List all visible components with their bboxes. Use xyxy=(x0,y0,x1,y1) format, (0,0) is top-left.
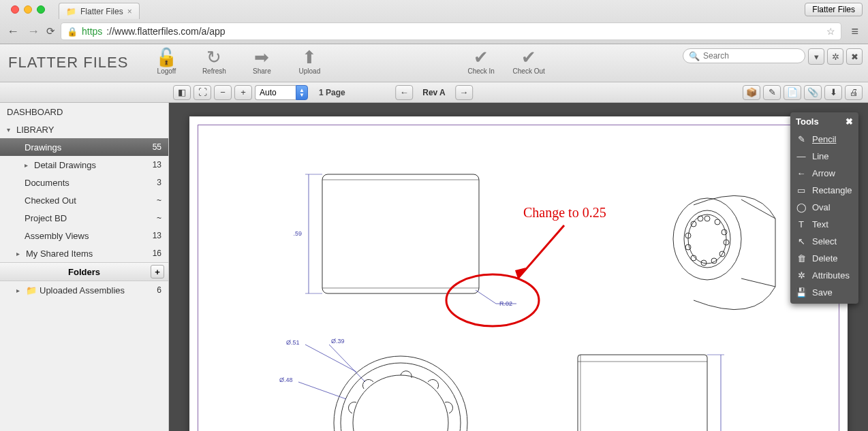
prev-rev-button[interactable]: ← xyxy=(395,85,413,100)
print-button[interactable]: 🖨 xyxy=(845,85,863,100)
svg-point-27 xyxy=(698,216,703,221)
search-icon: 🔍 xyxy=(689,51,700,61)
dia3: Ø.48 xyxy=(279,377,293,383)
tool-oval[interactable]: ◯Oval xyxy=(790,199,858,216)
sidebar-dashboard[interactable]: DASHBOARD xyxy=(0,103,168,121)
window-controls[interactable] xyxy=(5,5,50,14)
reload-button[interactable]: ⟳ xyxy=(46,25,55,37)
minimize-window-icon[interactable] xyxy=(24,5,32,14)
sidebar-item-label: Drawings xyxy=(25,142,61,153)
sidebar-item-assembly-views[interactable]: Assembly Views13 xyxy=(0,227,168,244)
toolbar-center: ← Rev A → xyxy=(395,85,473,100)
svg-point-29 xyxy=(341,363,461,431)
settings-button[interactable]: ✲ xyxy=(827,48,843,65)
tool-select[interactable]: ↖Select xyxy=(790,233,858,250)
back-button[interactable]: ← xyxy=(5,25,20,39)
sidebar-item-count: 55 xyxy=(153,142,161,152)
dropdown-button[interactable]: ▾ xyxy=(808,48,824,65)
tools-panel: Tools ✖ ✎Pencil—Line←Arrow▭Rectangle◯Ova… xyxy=(790,112,858,304)
folder-item-uploaded-assemblies[interactable]: ▸📁Uploaded Assemblies6 xyxy=(0,281,168,299)
tool-label: Line xyxy=(812,151,829,161)
sidebar-item-detail-drawings[interactable]: ▸Detail Drawings13 xyxy=(0,156,168,174)
header-tool-logoff[interactable]: 🔓Logoff xyxy=(149,47,184,75)
svg-line-31 xyxy=(305,345,356,372)
folder-icon: 📁 xyxy=(66,7,76,16)
tool-arrow[interactable]: ←Arrow xyxy=(790,165,858,182)
sidebar-shared-items[interactable]: ▸My Shared Items 16 xyxy=(0,244,168,262)
header-tool-label: Upload xyxy=(299,67,321,75)
share-icon: ➡ xyxy=(251,47,272,67)
next-rev-button[interactable]: → xyxy=(455,85,473,100)
fullscreen-button[interactable]: ⛶ xyxy=(193,85,211,100)
sidebar-item-drawings[interactable]: Drawings55 xyxy=(0,138,168,156)
download-button[interactable]: ⬇ xyxy=(824,85,842,100)
sidebar-item-count: 3 xyxy=(157,178,161,187)
url-input[interactable]: 🔒 https://www.flatterfiles.com/a/app ☆ xyxy=(61,22,841,40)
close-window-icon[interactable] xyxy=(11,5,19,14)
sidebar-item-documents[interactable]: Documents3 xyxy=(0,174,168,191)
tools-panel-header: Tools ✖ xyxy=(790,112,858,131)
svg-point-28 xyxy=(334,356,467,431)
edit-button[interactable]: ✎ xyxy=(763,85,781,100)
svg-point-24 xyxy=(685,244,691,250)
rectangle-icon: ▭ xyxy=(796,185,807,195)
header-tool-check-in[interactable]: ✔Check In xyxy=(463,47,499,75)
extension-button[interactable]: Flatter Files xyxy=(805,3,863,16)
sidebar-item-project-bd[interactable]: Project BD~ xyxy=(0,209,168,227)
chevron-updown-icon[interactable]: ▲▼ xyxy=(296,85,308,100)
logoff-icon: 🔓 xyxy=(156,47,176,67)
brand-logo: FLATTER FILES xyxy=(0,44,136,81)
select-icon: ↖ xyxy=(796,236,807,246)
lock-icon: 🔒 xyxy=(67,27,78,37)
attach-button[interactable]: 📎 xyxy=(804,85,822,100)
tool-label: Rectangle xyxy=(812,185,852,195)
search-box[interactable]: 🔍 xyxy=(683,48,805,63)
header-tools-center: ✔Check In✔Check Out xyxy=(463,44,546,78)
tool-line[interactable]: —Line xyxy=(790,148,858,165)
tool-attributes[interactable]: ✲Attributes xyxy=(790,267,858,284)
header-tool-check-out[interactable]: ✔Check Out xyxy=(511,47,546,75)
sidebar-item-label: Checked Out xyxy=(25,195,76,206)
svg-point-18 xyxy=(722,229,727,235)
close-tab-icon[interactable]: × xyxy=(127,7,132,16)
header-tool-upload[interactable]: ⬆Upload xyxy=(292,47,327,75)
pencil-icon: ✎ xyxy=(796,134,807,144)
sidebar-item-count: 13 xyxy=(153,160,161,170)
bookmark-icon[interactable]: ☆ xyxy=(826,26,835,37)
search-input[interactable] xyxy=(703,51,805,61)
sidebar-item-checked-out[interactable]: Checked Out~ xyxy=(0,191,168,209)
zoom-select[interactable]: Auto ▲▼ xyxy=(255,85,308,100)
sidebar-item-label: Assembly Views xyxy=(25,231,89,241)
sidebar-toggle-button[interactable]: ◧ xyxy=(173,85,191,100)
svg-rect-34 xyxy=(578,355,707,431)
add-folder-button[interactable]: + xyxy=(151,265,164,278)
tool-label: Pencil xyxy=(812,134,836,144)
zoom-out-button[interactable]: − xyxy=(214,85,232,100)
sidebar: DASHBOARD ▾LIBRARY Drawings55▸Detail Dra… xyxy=(0,103,169,431)
tool-label: Save xyxy=(812,287,833,298)
forward-button[interactable]: → xyxy=(26,25,41,39)
browser-tab[interactable]: 📁 Flatter Files × xyxy=(59,3,140,19)
package-button[interactable]: 📦 xyxy=(743,85,760,100)
copy-button[interactable]: 📄 xyxy=(784,85,801,100)
address-bar: ← → ⟳ 🔒 https://www.flatterfiles.com/a/a… xyxy=(0,19,868,44)
sidebar-library[interactable]: ▾LIBRARY xyxy=(0,121,168,138)
sidebar-item-count: 13 xyxy=(153,231,161,240)
close-button[interactable]: ✖ xyxy=(846,48,863,65)
app-header: FLATTER FILES 🔓Logoff↻Refresh➡Share⬆Uplo… xyxy=(0,44,868,82)
tool-delete[interactable]: 🗑Delete xyxy=(790,250,858,267)
tool-rectangle[interactable]: ▭Rectangle xyxy=(790,182,858,199)
header-tool-refresh[interactable]: ↻Refresh xyxy=(196,47,232,75)
tool-label: Oval xyxy=(812,202,831,212)
close-tools-icon[interactable]: ✖ xyxy=(846,116,853,127)
tool-pencil[interactable]: ✎Pencil xyxy=(790,131,858,148)
zoom-in-button[interactable]: + xyxy=(234,85,252,100)
tool-text[interactable]: TText xyxy=(790,216,858,233)
tool-save[interactable]: 💾Save xyxy=(790,284,858,301)
tool-label: Select xyxy=(812,236,837,246)
menu-icon[interactable]: ≡ xyxy=(847,25,863,39)
maximize-window-icon[interactable] xyxy=(37,5,45,14)
folder-icon: 📁 xyxy=(26,285,37,296)
header-tool-share[interactable]: ➡Share xyxy=(244,47,279,75)
canvas-area[interactable]: .59 R.02 xyxy=(169,103,868,431)
